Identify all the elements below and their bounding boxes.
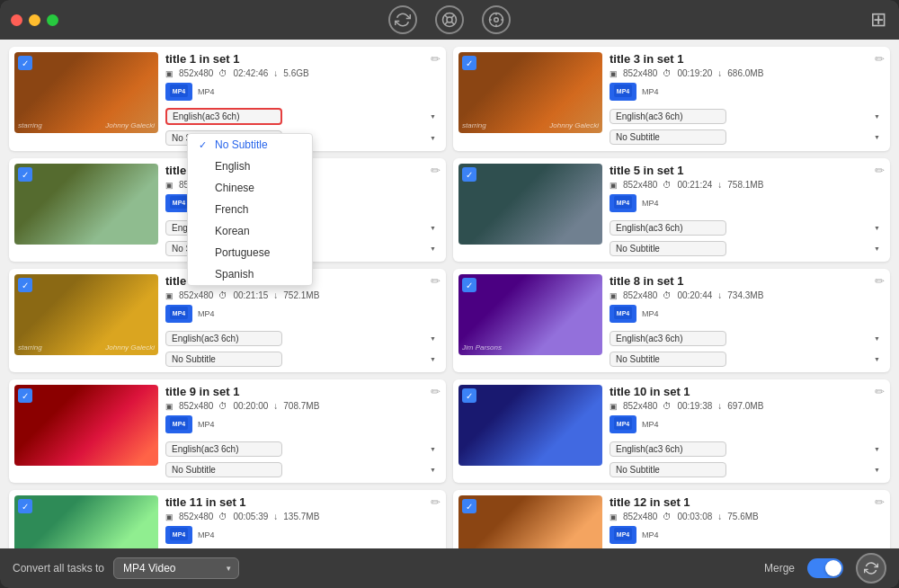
item-checkbox-1[interactable]: ✓	[18, 56, 32, 70]
dropdown-label: Chinese	[215, 182, 254, 194]
subtitle-select-wrap-8[interactable]: No Subtitle	[610, 350, 885, 367]
edit-icon-6[interactable]: ✏	[431, 274, 441, 288]
audio-select-3[interactable]: English(ac3 6ch)	[610, 109, 726, 124]
format-select[interactable]: MP4 VideoMKV VideoAVI VideoMOV VideoMP3 …	[113, 557, 239, 579]
export-icon[interactable]: ⊞	[870, 8, 886, 31]
resolution-icon-9: ▣	[165, 402, 174, 411]
edit-icon-12[interactable]: ✏	[875, 495, 885, 509]
item-thumbnail-6: ✓ starring Johnny Galecki	[14, 274, 158, 355]
audio-select-9[interactable]: English(ac3 6ch)	[165, 441, 282, 457]
audio-select-10[interactable]: English(ac3 6ch)	[610, 441, 726, 457]
resolution-12: 852x480	[623, 512, 657, 521]
sync-icon[interactable]	[435, 5, 464, 34]
audio-select-wrap-8[interactable]: English(ac3 6ch)	[610, 329, 885, 346]
svg-text:MP4: MP4	[617, 310, 630, 316]
audio-select-wrap-1[interactable]: English(ac3 6ch)	[165, 107, 441, 125]
item-checkbox-10[interactable]: ✓	[462, 388, 476, 403]
subtitle-select-wrap-6[interactable]: No Subtitle	[165, 350, 441, 367]
item-checkbox-9[interactable]: ✓	[18, 388, 32, 403]
audio-select-wrap-3[interactable]: English(ac3 6ch)	[610, 107, 885, 124]
merge-toggle[interactable]	[807, 558, 843, 578]
dropdown-item-spanish[interactable]: Spanish	[188, 263, 312, 285]
title-bar: ⊞	[0, 0, 899, 40]
audio-select-wrap-9[interactable]: English(ac3 6ch)	[165, 440, 441, 457]
clock-icon-5: ⏱	[663, 180, 672, 190]
subtitle-select-wrap-9[interactable]: No Subtitle	[165, 460, 441, 477]
format-select-wrap[interactable]: MP4 VideoMKV VideoAVI VideoMOV VideoMP3 …	[113, 557, 239, 579]
item-title-5: title 5 in set 1	[610, 164, 885, 177]
item-card-10: ✓ title 10 in set 1 ▣ 852x480 ⏱ 00:19:38…	[453, 379, 890, 483]
audio-select-1[interactable]: English(ac3 6ch)	[165, 108, 282, 125]
format-badge-3: MP4	[610, 83, 636, 101]
svg-line-5	[445, 22, 448, 24]
edit-icon-9[interactable]: ✏	[431, 385, 441, 398]
resolution-icon-10: ▣	[610, 402, 618, 411]
size-9: 708.7MB	[283, 401, 319, 411]
format-label-1: MP4	[198, 87, 215, 96]
download-icon-8: ↓	[717, 290, 722, 300]
item-title-12: title 12 in set 1	[610, 495, 885, 509]
audio-select-6[interactable]: English(ac3 6ch)	[165, 331, 282, 346]
minimize-button[interactable]	[29, 14, 40, 26]
edit-icon-8[interactable]: ✏	[875, 274, 885, 288]
dropdown-label: Korean	[215, 225, 250, 237]
svg-text:MP4: MP4	[173, 310, 186, 316]
item-info-3: title 3 in set 1 ▣ 852x480 ⏱ 00:19:20 ↓6…	[610, 52, 885, 145]
subtitle-select-wrap-5[interactable]: No Subtitle	[610, 239, 885, 256]
thumb-char2-1: Johnny Galecki	[105, 121, 155, 129]
audio-select-wrap-10[interactable]: English(ac3 6ch)	[610, 440, 885, 457]
size-12: 75.6MB	[727, 512, 758, 521]
size-11: 135.7MB	[283, 512, 319, 521]
item-thumbnail-12: ✓	[458, 495, 602, 548]
item-checkbox-5[interactable]: ✓	[462, 167, 476, 182]
edit-icon-3[interactable]: ✏	[875, 52, 885, 66]
item-meta-9: ▣ 852x480 ⏱ 00:20:00 ↓708.7MB	[165, 401, 441, 411]
edit-icon-11[interactable]: ✏	[431, 495, 441, 509]
item-meta-12: ▣ 852x480 ⏱ 00:03:08 ↓75.6MB	[610, 512, 885, 521]
subtitle-select-6[interactable]: No Subtitle	[165, 352, 282, 367]
dropdown-item-french[interactable]: French	[188, 199, 312, 220]
subtitle-select-5[interactable]: No Subtitle	[610, 241, 726, 256]
maximize-button[interactable]	[47, 14, 58, 26]
dropdown-item-english[interactable]: English	[188, 156, 312, 177]
subtitle-select-9[interactable]: No Subtitle	[165, 462, 282, 477]
item-meta-5: ▣ 852x480 ⏱ 00:21:24 ↓758.1MB	[610, 180, 885, 190]
film-icon[interactable]	[482, 5, 511, 34]
subtitle-select-wrap-10[interactable]: No Subtitle	[610, 460, 885, 477]
close-button[interactable]	[11, 14, 22, 26]
subtitle-select-8[interactable]: No Subtitle	[610, 352, 726, 367]
audio-select-wrap-5[interactable]: English(ac3 6ch)	[610, 218, 885, 236]
dropdown-item-no-subtitle[interactable]: ✓No Subtitle	[188, 134, 312, 156]
audio-select-wrap-6[interactable]: English(ac3 6ch)	[165, 329, 441, 346]
title-bar-icons	[388, 5, 511, 34]
item-title-10: title 10 in set 1	[610, 385, 885, 398]
convert-button[interactable]	[856, 553, 886, 584]
item-checkbox-6[interactable]: ✓	[18, 278, 32, 292]
audio-select-8[interactable]: English(ac3 6ch)	[610, 331, 726, 346]
item-checkbox-4[interactable]: ✓	[18, 167, 32, 182]
item-card-12: ✓ title 12 in set 1 ▣ 852x480 ⏱ 00:03:08…	[453, 490, 890, 548]
item-checkbox-3[interactable]: ✓	[462, 56, 476, 70]
dropdown-item-portuguese[interactable]: Portuguese	[188, 242, 312, 263]
edit-icon-10[interactable]: ✏	[875, 385, 885, 398]
subtitle-select-3[interactable]: No Subtitle	[610, 129, 726, 145]
item-checkbox-8[interactable]: ✓	[462, 278, 476, 292]
refresh-icon[interactable]	[388, 5, 417, 34]
toggle-knob	[825, 560, 841, 576]
edit-icon-4[interactable]: ✏	[431, 164, 441, 177]
item-checkbox-11[interactable]: ✓	[18, 499, 32, 513]
format-label-6: MP4	[198, 309, 215, 318]
edit-icon-5[interactable]: ✏	[875, 164, 885, 177]
dropdown-item-chinese[interactable]: Chinese	[188, 177, 312, 199]
dropdown-item-korean[interactable]: Korean	[188, 220, 312, 242]
edit-icon-1[interactable]: ✏	[431, 52, 441, 66]
item-thumbnail-4: ✓	[14, 164, 158, 245]
subtitle-select-10[interactable]: No Subtitle	[610, 462, 726, 477]
audio-select-5[interactable]: English(ac3 6ch)	[610, 220, 726, 236]
subtitle-dropdown[interactable]: ✓No SubtitleEnglishChineseFrenchKoreanPo…	[187, 133, 313, 286]
download-icon-9: ↓	[273, 401, 278, 411]
duration-12: 00:03:08	[677, 512, 712, 521]
subtitle-select-wrap-3[interactable]: No Subtitle	[610, 128, 885, 145]
item-format-row-10: MP4 MP4	[610, 415, 885, 433]
item-checkbox-12[interactable]: ✓	[462, 499, 476, 513]
